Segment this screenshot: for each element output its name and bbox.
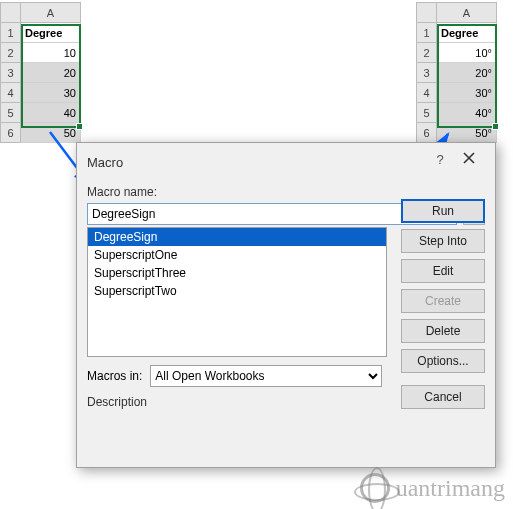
close-button[interactable] — [453, 151, 485, 173]
watermark: uantrimang — [360, 473, 505, 503]
row-header[interactable]: 3 — [1, 63, 21, 83]
row-header[interactable]: 6 — [1, 123, 21, 143]
cell[interactable]: 40 — [21, 103, 81, 123]
row-header[interactable]: 4 — [1, 83, 21, 103]
worksheet-right: A 1Degree 210° 320° 430° 540° 650° — [416, 2, 497, 143]
row-header[interactable]: 3 — [417, 63, 437, 83]
column-header-a[interactable]: A — [21, 3, 81, 23]
dialog-title: Macro — [87, 155, 427, 170]
worksheet-left: A 1Degree 210 320 430 540 650 — [0, 2, 81, 143]
macro-name-label: Macro name: /* underline first char via … — [87, 185, 485, 199]
watermark-text: uantrimang — [396, 475, 505, 502]
select-all-cell[interactable] — [417, 3, 437, 23]
row-header[interactable]: 2 — [417, 43, 437, 63]
create-button: Create — [401, 289, 485, 313]
watermark-logo-icon — [360, 473, 390, 503]
cell[interactable]: 50 — [21, 123, 81, 143]
options-button[interactable]: Options... — [401, 349, 485, 373]
cell[interactable]: 30° — [437, 83, 497, 103]
run-button[interactable]: Run — [401, 199, 485, 223]
list-item[interactable]: SuperscriptTwo — [88, 282, 386, 300]
list-item[interactable]: SuperscriptOne — [88, 246, 386, 264]
row-header[interactable]: 2 — [1, 43, 21, 63]
cell[interactable]: 20 — [21, 63, 81, 83]
step-into-button[interactable]: Step Into — [401, 229, 485, 253]
row-header[interactable]: 1 — [417, 23, 437, 43]
cell[interactable]: 30 — [21, 83, 81, 103]
row-header[interactable]: 5 — [417, 103, 437, 123]
delete-button[interactable]: Delete — [401, 319, 485, 343]
cell[interactable]: 40° — [437, 103, 497, 123]
row-header[interactable]: 4 — [417, 83, 437, 103]
cell[interactable]: Degree — [21, 23, 81, 43]
list-item[interactable]: DegreeSign — [88, 228, 386, 246]
macro-dialog: Macro ? Macro name: /* underline first c… — [76, 142, 496, 468]
column-header-a[interactable]: A — [437, 3, 497, 23]
row-header[interactable]: 1 — [1, 23, 21, 43]
cell[interactable]: Degree — [437, 23, 497, 43]
macros-in-select[interactable]: All Open Workbooks — [150, 365, 382, 387]
cell[interactable]: 10° — [437, 43, 497, 63]
macro-list[interactable]: DegreeSign SuperscriptOne SuperscriptThr… — [87, 227, 387, 357]
cell[interactable]: 10 — [21, 43, 81, 63]
cell[interactable]: 50° — [437, 123, 497, 143]
cell[interactable]: 20° — [437, 63, 497, 83]
cancel-button[interactable]: Cancel — [401, 385, 485, 409]
row-header[interactable]: 6 — [417, 123, 437, 143]
close-icon — [462, 151, 476, 165]
list-item[interactable]: SuperscriptThree — [88, 264, 386, 282]
help-button[interactable]: ? — [427, 152, 453, 172]
select-all-cell[interactable] — [1, 3, 21, 23]
row-header[interactable]: 5 — [1, 103, 21, 123]
edit-button[interactable]: Edit — [401, 259, 485, 283]
macros-in-label: Macros in: — [87, 369, 142, 383]
